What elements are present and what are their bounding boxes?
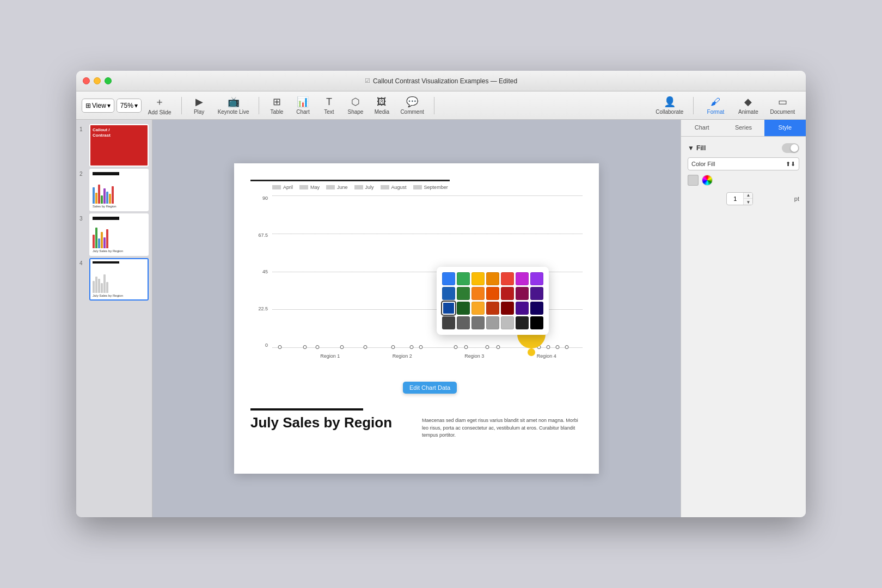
view-chevron: ▾ [107,102,111,109]
app-window: ☑ Callout Contrast Visualization Example… [76,71,806,517]
table-button[interactable]: ⊞ Table [265,94,289,117]
slide-bottom: July Sales by Region Maecenas sed diam e… [234,403,599,474]
color-swatch-23[interactable] [471,316,485,329]
fill-header: ▼ Fill [688,143,799,153]
color-wheel-button[interactable] [702,175,713,186]
chart-y-axis: 90 67.5 45 22.5 0 [250,195,272,359]
animate-tab[interactable]: ◆ Animate [732,94,764,117]
slide-body-text: Maecenas sed diam eget risus varius blan… [422,417,583,439]
fill-toggle[interactable] [782,143,799,153]
canvas-area: April May June July [152,120,681,517]
color-swatch-1[interactable] [457,272,470,285]
color-swatch-26[interactable] [516,316,529,329]
shape-button[interactable]: ⬡ Shape [343,94,367,117]
color-swatch-3[interactable] [486,272,499,285]
color-swatch-24[interactable] [486,316,499,329]
legend-label-may: May [310,185,320,190]
slide-num-3: 3 [79,216,86,222]
play-label: Play [194,109,204,115]
chart-icon: 📊 [297,96,309,108]
keynote-live-button[interactable]: 📺 Keynote Live [213,94,254,117]
color-swatch-6[interactable] [530,272,543,285]
color-swatch-2[interactable] [471,272,485,285]
text-button[interactable]: T Text [317,94,341,117]
color-swatch-14[interactable] [442,302,455,315]
color-swatch-5[interactable] [516,272,529,285]
stroke-down[interactable]: ▼ [744,199,752,205]
color-swatch-0[interactable] [442,272,455,285]
right-panel: Chart Series Style ▼ Fill Color Fi [681,120,806,517]
color-swatch-16[interactable] [471,302,485,315]
media-button[interactable]: 🖼 Media [370,94,394,117]
rpanel-series-tab[interactable]: Series [722,120,764,136]
rpanel-style-tab[interactable]: Style [764,120,806,136]
color-fill-dropdown[interactable]: Color Fill ⬆⬇ [688,157,799,170]
collaborate-button[interactable]: 👤 Collaborate [651,94,688,117]
comment-icon: 💬 [406,96,418,108]
close-button[interactable] [83,77,90,84]
edit-chart-button[interactable]: Edit Chart Data [403,382,457,394]
color-swatch-19[interactable] [516,302,529,315]
color-swatch-13[interactable] [530,287,543,300]
slide1-title: Callout /Contrast [93,127,111,138]
legend-august: August [381,185,407,190]
main-area: 1 Callout /Contrast 2 [76,120,806,517]
stroke-stepper: ▲ ▼ [743,192,752,205]
slide-thumb-3[interactable]: 3 July Sales by Region [79,213,149,256]
color-swatch-21[interactable] [442,316,455,329]
rpanel-chart-tab[interactable]: Chart [681,120,722,136]
collaborate-label: Collaborate [656,109,683,115]
slide-img-2: Sales by Region [89,169,149,211]
text-icon: T [326,96,332,108]
color-swatch-12[interactable] [516,287,529,300]
format-tab[interactable]: 🖌 Format [699,94,732,117]
color-swatch-15[interactable] [457,302,470,315]
color-swatch-10[interactable] [486,287,499,300]
current-color-swatch[interactable] [688,175,699,186]
minimize-button[interactable] [94,77,101,84]
color-swatch-20[interactable] [530,302,543,315]
document-tab[interactable]: ▭ Document [764,94,800,117]
chart-title-bar [250,180,450,181]
comment-button[interactable]: 💬 Comment [396,94,428,117]
fill-label-text: Fill [696,144,706,152]
shape-icon: ⬡ [351,96,360,108]
traffic-lights [83,77,112,84]
view-button[interactable]: ⊞ View ▾ [82,99,114,113]
format-label: Format [707,109,725,115]
comment-label: Comment [400,109,424,115]
media-label: Media [375,109,389,115]
separator-1 [181,97,182,114]
shape-label: Shape [347,109,363,115]
chart-button[interactable]: 📊 Chart [291,94,315,117]
color-swatch-17[interactable] [486,302,499,315]
color-swatch-7[interactable] [442,287,455,300]
chart-label: Chart [296,109,309,115]
color-swatch-11[interactable] [501,287,514,300]
add-slide-label: Add Slide [148,109,171,115]
color-swatch-25[interactable] [501,316,514,329]
color-swatch-18[interactable] [501,302,514,315]
slide-thumb-2[interactable]: 2 Sales b [79,169,149,211]
stroke-input[interactable]: ▲ ▼ [726,192,753,205]
x-label-4: Region 4 [511,351,583,359]
keynote-live-label: Keynote Live [218,109,249,115]
slide-thumb-1[interactable]: 1 Callout /Contrast [79,124,149,167]
separator-3 [434,97,434,114]
color-swatch-9[interactable] [471,287,485,300]
maximize-button[interactable] [105,77,112,84]
zoom-control[interactable]: 75% ▾ [117,99,142,113]
animate-icon: ◆ [744,96,752,108]
color-swatch-4[interactable] [501,272,514,285]
collaborate-icon: 👤 [664,96,676,108]
color-swatch-27[interactable] [530,316,543,329]
add-slide-button[interactable]: ＋ Add Slide [144,93,176,118]
slide-thumb-4[interactable]: 4 July Sales by Region [79,258,149,301]
play-button[interactable]: ▶ Play [187,94,211,117]
color-swatch-22[interactable] [457,316,470,329]
color-fill-label: Color Fill [691,161,715,167]
stroke-value[interactable] [727,195,743,202]
stroke-up[interactable]: ▲ [744,192,752,199]
color-swatch-row [688,175,799,186]
color-swatch-8[interactable] [457,287,470,300]
